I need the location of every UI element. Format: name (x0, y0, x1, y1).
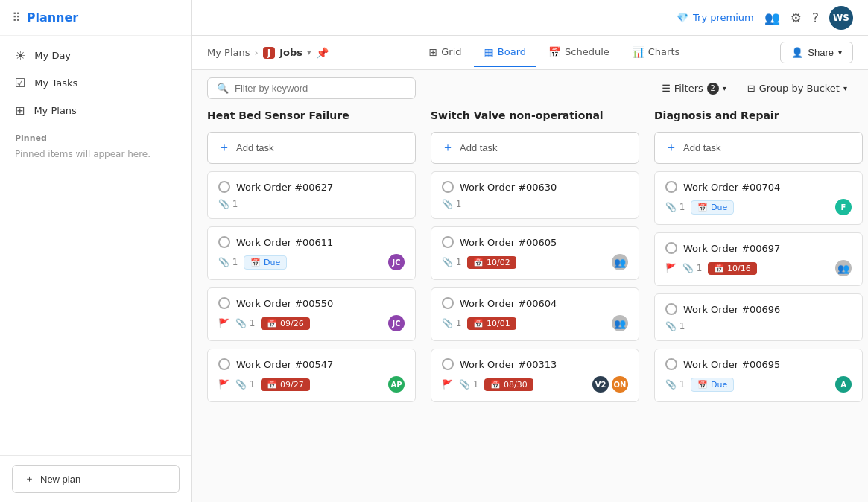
help-icon[interactable]: ? (812, 10, 819, 25)
tab-charts[interactable]: 📊 Charts (621, 39, 691, 67)
sidebar-item-mytasks[interactable]: ☑ My Tasks (0, 69, 191, 97)
try-premium-button[interactable]: 💎 Try premium (677, 12, 754, 23)
due-date-badge: 📅 08/30 (484, 378, 533, 391)
task-user-avatar: F (835, 199, 852, 215)
sidebar-item-myplans[interactable]: ⊞ My Plans (0, 97, 191, 124)
filters-count-badge: 2 (707, 83, 719, 95)
add-task-button[interactable]: ＋ Add task (654, 132, 863, 164)
due-date-badge: 📅 10/01 (467, 317, 516, 330)
tab-grid[interactable]: ⊞ Grid (419, 39, 472, 67)
task-complete-circle[interactable] (218, 181, 230, 193)
settings-icon[interactable]: ⚙ (791, 10, 802, 25)
breadcrumb-my-plans[interactable]: My Plans (207, 47, 250, 58)
task-complete-circle[interactable] (442, 181, 454, 193)
task-card[interactable]: Work Order #00611📎 1📅 DueJC (207, 226, 416, 280)
plus-icon: ＋ (665, 140, 677, 156)
share-button[interactable]: 👤 Share ▾ (780, 42, 853, 63)
due-date-badge: 📅 10/16 (708, 262, 756, 275)
task-complete-circle[interactable] (218, 236, 230, 248)
breadcrumb-current-label[interactable]: Jobs (279, 47, 302, 58)
flag-icon: 🚩 (442, 379, 453, 390)
due-date-badge: 📅 10/02 (467, 256, 516, 269)
share-label: Share (808, 47, 834, 58)
task-complete-circle[interactable] (665, 181, 677, 193)
task-title: Work Order #00547 (236, 359, 333, 370)
filters-chevron-icon: ▾ (723, 84, 726, 92)
sun-icon: ☀ (15, 48, 25, 63)
task-complete-circle[interactable] (442, 236, 454, 248)
task-title: Work Order #00704 (683, 182, 780, 193)
task-complete-circle[interactable] (665, 358, 677, 370)
task-card[interactable]: Work Order #00605📎 1📅 10/02👥 (431, 226, 639, 280)
task-card[interactable]: Work Order #00696📎 1 (654, 293, 863, 341)
tab-schedule[interactable]: 📅 Schedule (538, 39, 620, 67)
attachment-count: 📎 1 (442, 318, 461, 328)
filter-keyword-input[interactable] (235, 83, 406, 94)
task-card[interactable]: Work Order #00630📎 1 (431, 171, 639, 219)
due-date-badge: 📅 Due (691, 378, 734, 392)
task-card[interactable]: Work Order #00704📎 1📅 DueF (654, 171, 863, 225)
task-user-avatar: 👥 (612, 254, 628, 270)
bucket-title: Diagnosis and Repair (654, 107, 863, 124)
task-complete-circle[interactable] (665, 242, 677, 254)
dots-grid-icon[interactable]: ⠿ (12, 10, 21, 25)
diamond-icon: 💎 (677, 12, 688, 23)
attachment-count: 📎 1 (442, 199, 461, 209)
chevron-down-icon[interactable]: ▾ (307, 48, 311, 57)
sidebar: ⠿ Planner ☀ My Day ☑ My Tasks ⊞ My Plans… (0, 0, 192, 502)
task-user-avatar: A (835, 376, 852, 393)
task-card[interactable]: Work Order #00627📎 1 (207, 171, 416, 219)
task-complete-circle[interactable] (218, 358, 230, 370)
sidebar-header: ⠿ Planner (0, 0, 191, 36)
search-icon: 🔍 (217, 83, 229, 94)
task-complete-circle[interactable] (442, 358, 454, 370)
attachment-count: 📎 1 (235, 379, 255, 390)
due-date-badge: 📅 Due (244, 255, 287, 270)
add-task-button[interactable]: ＋ Add task (431, 132, 639, 164)
pin-icon[interactable]: 📌 (316, 47, 329, 59)
tab-schedule-label: Schedule (565, 46, 609, 57)
task-card[interactable]: Work Order #00313🚩📎 1📅 08/30V2ON (431, 349, 639, 402)
user-avatar[interactable]: WS (829, 6, 853, 30)
topbar-right: 💎 Try premium 👥 ⚙ ? WS (677, 6, 853, 30)
task-title: Work Order #00630 (460, 182, 557, 193)
task-card[interactable]: Work Order #00697🚩📎 1📅 10/16👥 (654, 232, 863, 286)
flag-icon: 🚩 (218, 318, 229, 328)
task-complete-circle[interactable] (218, 297, 230, 309)
filter-search[interactable]: 🔍 (207, 77, 416, 99)
attachment-count: 📎 1 (665, 202, 685, 212)
share-people-icon[interactable]: 👥 (764, 10, 780, 25)
attachment-count: 📎 1 (665, 379, 685, 390)
task-user-avatar: AP (388, 376, 405, 393)
sidebar-nav: ☀ My Day ☑ My Tasks ⊞ My Plans Pinned Pi… (0, 36, 191, 455)
task-title: Work Order #00611 (236, 237, 333, 248)
plus-icon: ＋ (218, 140, 230, 156)
task-card[interactable]: Work Order #00695📎 1📅 DueA (654, 349, 863, 402)
charts-tab-icon: 📊 (632, 46, 644, 58)
group-by-icon: ⊟ (747, 83, 755, 94)
filters-button[interactable]: ☰ Filters 2 ▾ (656, 80, 732, 98)
task-complete-circle[interactable] (665, 303, 677, 315)
sidebar-item-myday[interactable]: ☀ My Day (0, 42, 191, 69)
share-chevron-icon: ▾ (838, 48, 842, 57)
attachment-count: 📎 1 (682, 263, 702, 273)
new-plan-label: New plan (40, 474, 80, 485)
tab-board[interactable]: ▦ Board (474, 39, 536, 67)
group-by-button[interactable]: ⊟ Group by Bucket ▾ (741, 80, 853, 97)
breadcrumb: My Plans › J Jobs ▾ 📌 (207, 47, 329, 59)
bucket-heat-bed: Heat Bed Sensor Failure＋ Add taskWork Or… (207, 107, 416, 487)
add-task-button[interactable]: ＋ Add task (207, 132, 416, 164)
grid-tab-icon: ⊞ (429, 46, 438, 58)
task-card[interactable]: Work Order #00604📎 1📅 10/01👥 (431, 287, 639, 341)
new-plan-button[interactable]: ＋ New plan (12, 465, 180, 493)
tab-grid-label: Grid (441, 46, 461, 57)
task-card[interactable]: Work Order #00547🚩📎 1📅 09/27AP (207, 349, 416, 402)
filter-bar: 🔍 ☰ Filters 2 ▾ ⊟ Group by Bucket ▾ (192, 70, 868, 107)
task-user-avatar: JC (388, 315, 405, 331)
nav-tabs-bar: My Plans › J Jobs ▾ 📌 ⊞ Grid ▦ Board 📅 S… (192, 36, 868, 70)
group-by-label: Group by Bucket (759, 83, 840, 94)
task-complete-circle[interactable] (442, 297, 454, 309)
attachment-count: 📎 1 (442, 257, 461, 267)
task-card[interactable]: Work Order #00550🚩📎 1📅 09/26JC (207, 287, 416, 341)
filter-right: ☰ Filters 2 ▾ ⊟ Group by Bucket ▾ (656, 80, 853, 98)
